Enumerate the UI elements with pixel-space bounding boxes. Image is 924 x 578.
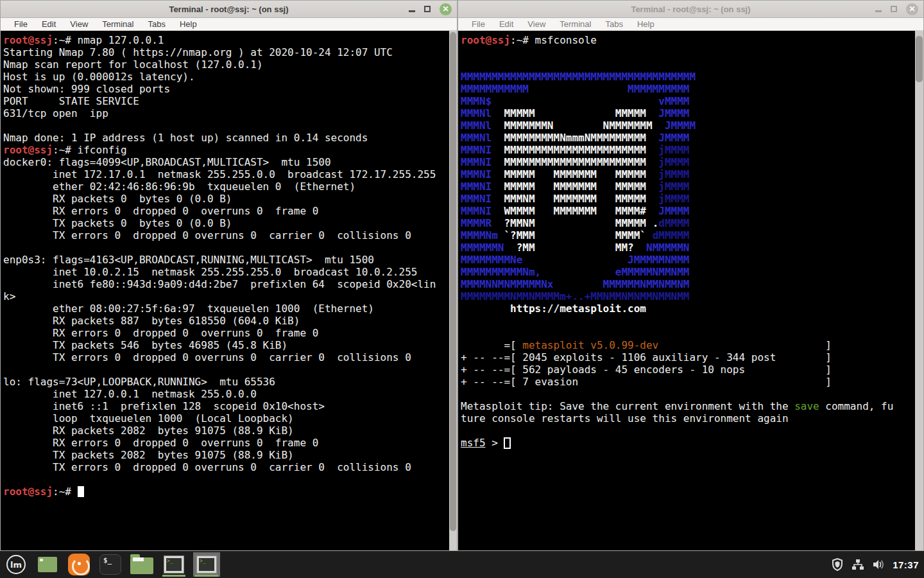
terminal-line: Not shown: 999 closed ports (3, 83, 457, 95)
terminal-text: nmap 127.0.0.1 (78, 34, 164, 46)
terminal-text: Host is up (0.000012s latency). (3, 71, 195, 83)
mint-menu-button[interactable]: lm (3, 552, 29, 577)
terminal-line: RX errors 0 dropped 0 overruns 0 frame 0 (3, 327, 457, 339)
terminal-text: MMMMMMMMNe JMMMMMNMMM (461, 254, 689, 266)
menu-item-terminal[interactable]: Terminal (95, 19, 141, 29)
firewall-shield-icon[interactable] (831, 558, 844, 571)
terminal-text: :~# (510, 34, 535, 46)
minimize-button[interactable] (875, 10, 882, 12)
folder-icon (130, 557, 153, 574)
scrollbar-thumb[interactable] (450, 32, 456, 531)
terminal-line: RX packets 0 bytes 0 (0.0 B) (3, 193, 457, 205)
terminal-line: root@ssj:~# nmap 127.0.0.1 (3, 34, 457, 46)
terminal-text: root@ssj (461, 34, 510, 46)
scrollbar-thumb[interactable] (916, 36, 923, 82)
titlebar-right[interactable]: Terminal - root@ssj: ~ (on ssj) ✕ (458, 1, 923, 18)
terminal-text: JMMMM (646, 107, 689, 119)
terminal-text: :~# (53, 144, 78, 156)
window-title: Terminal - root@ssj: ~ (on ssj) (1, 4, 457, 14)
terminal-line: MMMNI MMMMMMMMMMMMMMMMMMMMMMM jMMMM (461, 144, 923, 156)
terminal-line: ture console restarts will use this envi… (461, 412, 923, 425)
scrollbar[interactable] (449, 31, 457, 550)
terminal-line: root@ssj:~# msfconsole (461, 34, 923, 46)
show-desktop-button[interactable] (35, 552, 60, 577)
terminal-text: MMMN$ vMMMM (461, 95, 689, 107)
terminal-text: Nmap scan report for localhost (127.0.0.… (3, 58, 263, 71)
terminal-content-left[interactable]: root@ssj:~# nmap 127.0.0.1Starting Nmap … (1, 31, 457, 550)
menu-item-tabs[interactable]: Tabs (141, 19, 172, 29)
terminal-line: TX packets 546 bytes 46985 (45.8 KiB) (3, 339, 457, 351)
menu-item-edit[interactable]: Edit (35, 19, 63, 29)
terminal-text: lo: flags=73<UP,LOOPBACK,RUNNING> mtu 65… (3, 376, 275, 388)
terminal-launcher[interactable]: $_ (98, 552, 123, 577)
terminal-line (461, 315, 923, 327)
volume-icon[interactable] (872, 558, 885, 571)
menu-item-view[interactable]: View (63, 19, 95, 29)
terminal-text: ?MMNM MMMMM . (504, 217, 658, 229)
menu-item-help[interactable]: Help (173, 19, 204, 29)
menu-item-help[interactable]: Help (630, 19, 662, 29)
terminal-line (461, 46, 923, 58)
terminal-line: inet6 fe80::943d:9a09:d4d:2be7 prefixlen… (3, 278, 457, 290)
firefox-launcher[interactable] (66, 552, 92, 577)
terminal-line: docker0: flags=4099<UP,BROADCAST,MULTICA… (3, 156, 457, 168)
terminal-text: + -- --=[ 2045 exploits - 1106 auxiliary… (461, 351, 832, 363)
terminal-text: :~# (53, 486, 78, 498)
minimize-button[interactable] (409, 10, 415, 12)
terminal-text: Metasploit tip: Save the current environ… (461, 400, 794, 412)
menu-item-file[interactable]: File (7, 19, 35, 29)
menu-item-view[interactable]: View (520, 19, 552, 29)
menu-item-tabs[interactable]: Tabs (598, 19, 629, 29)
maximize-button[interactable] (424, 6, 431, 12)
terminal-line (3, 473, 457, 486)
terminal-line: TX errors 0 dropped 0 overruns 0 carrier… (3, 229, 457, 241)
terminal-text-area[interactable]: root@ssj:~# nmap 127.0.0.1Starting Nmap … (1, 31, 457, 498)
terminal-line: TX packets 0 bytes 0 (0.0 B) (3, 217, 457, 229)
terminal-text: MMMMM MMMMM (504, 107, 646, 119)
window-title: Terminal - root@ssj: ~ (on ssj) (458, 4, 923, 14)
terminal-text: JMMMM (646, 205, 689, 217)
terminal-text: NMMMMMN (634, 241, 690, 254)
network-icon[interactable] (851, 558, 864, 571)
terminal-text: TX packets 0 bytes 0 (0.0 B) (3, 217, 232, 229)
scrollbar[interactable] (915, 31, 923, 550)
terminal-content-right[interactable]: root@ssj:~# msfconsole MMMMMMMMMMMMMMMMM… (458, 31, 923, 550)
terminal-line: Starting Nmap 7.80 ( https://nmap.org ) … (3, 46, 457, 58)
cursor-block (504, 437, 511, 449)
terminal-line: enp0s3: flags=4163<UP,BROADCAST,RUNNING,… (3, 254, 457, 266)
taskbar-window-button-2[interactable]: >_ (193, 552, 220, 577)
terminal-line: RX errors 0 dropped 0 overruns 0 frame 0 (3, 205, 457, 217)
taskbar-clock[interactable]: 17:37 (893, 559, 919, 570)
terminal-text: ?MM MM? (517, 241, 634, 254)
terminal-text: JMMMM (646, 132, 689, 144)
terminal-text: RX errors 0 dropped 0 overruns 0 frame 0 (3, 205, 318, 217)
menu-item-file[interactable]: File (465, 19, 492, 29)
close-button[interactable]: ✕ (440, 3, 452, 15)
terminal-line (3, 241, 457, 254)
terminal-line (3, 363, 457, 376)
terminal-line: RX packets 2082 bytes 91075 (88.9 KiB) (3, 425, 457, 437)
close-button[interactable]: ✕ (906, 3, 918, 15)
terminal-text: docker0: flags=4099<UP,BROADCAST,MULTICA… (3, 156, 331, 168)
titlebar-left[interactable]: Terminal - root@ssj: ~ (on ssj) ✕ (1, 1, 457, 18)
menu-item-edit[interactable]: Edit (492, 19, 520, 29)
terminal-text: ifconfig (78, 144, 127, 156)
terminal-line (3, 119, 457, 132)
terminal-window-right: Terminal - root@ssj: ~ (on ssj) ✕ FileEd… (458, 0, 924, 551)
terminal-line: MMMNI MMMMM MMMMMMM MMMMM jMMMM (461, 180, 923, 193)
terminal-text: MMMNI (461, 156, 504, 168)
taskbar-window-button-1[interactable]: >_ (160, 552, 187, 577)
terminal-text: root@ssj (3, 486, 53, 498)
file-manager-launcher[interactable] (129, 552, 155, 577)
terminal-line: MMMN$ vMMMM (461, 95, 923, 107)
terminal-text-area[interactable]: root@ssj:~# msfconsole MMMMMMMMMMMMMMMMM… (458, 31, 923, 449)
terminal-line: MMMMMMMMMMM MMMMMMMMMM (461, 83, 923, 95)
terminal-line: msf5 > (461, 437, 923, 449)
maximize-button[interactable] (891, 6, 897, 12)
terminal-line: TX errors 0 dropped 0 overruns 0 carrier… (3, 351, 457, 363)
menu-item-terminal[interactable]: Terminal (552, 19, 598, 29)
terminal-line: + -- --=[ 562 payloads - 45 encoders - 1… (461, 363, 923, 376)
terminal-line: ether 08:00:27:5f:6a:97 txqueuelen 1000 … (3, 302, 457, 315)
terminal-line: inet6 ::1 prefixlen 128 scopeid 0x10<hos… (3, 400, 457, 412)
terminal-line: https://metasploit.com (461, 302, 923, 315)
